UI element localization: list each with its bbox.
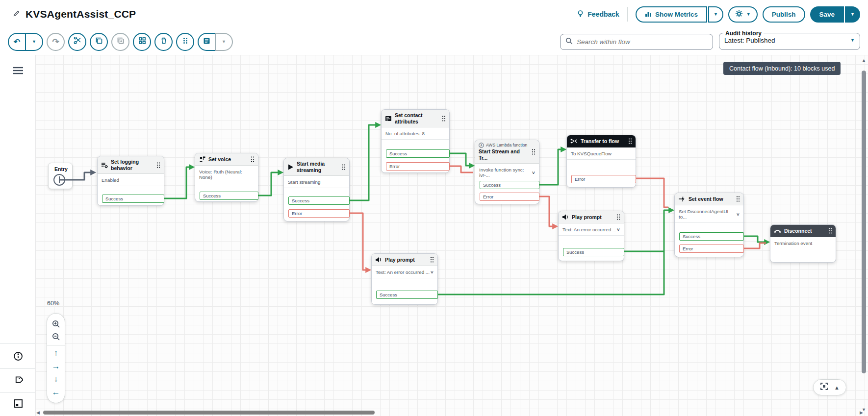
notes-menu-button[interactable]: ▼ <box>215 33 233 51</box>
paste-button[interactable] <box>111 33 129 51</box>
kebab-menu-icon[interactable] <box>628 138 632 145</box>
zoom-out-icon[interactable] <box>49 331 63 344</box>
port-error[interactable]: Error <box>386 162 450 171</box>
node-description: Set DisconnectAgentUI to...∨ <box>675 205 743 223</box>
menu-icon[interactable] <box>13 67 24 76</box>
chevron-down-icon: ▼ <box>746 12 751 17</box>
copy-icon <box>95 37 103 47</box>
flow-node-aws-lambda-function[interactable]: λ AWS Lambda functionStart Stream and Tr… <box>475 140 539 204</box>
svg-text:λ: λ <box>480 143 483 147</box>
node-title: Set contact attributes <box>395 112 439 124</box>
logging-icon <box>101 162 108 169</box>
flow-node-set-voice[interactable]: Set voiceVoice: Ruth (Neural: None)Succe… <box>195 153 258 202</box>
chevron-down-icon[interactable]: ∨ <box>616 227 620 232</box>
chevron-down-icon[interactable]: ∨ <box>430 270 434 274</box>
save-button[interactable]: Save <box>810 6 844 23</box>
disconnect-icon <box>774 228 781 234</box>
show-metrics-menu-button[interactable]: ▼ <box>708 6 723 23</box>
flow-node-set-event-flow[interactable]: Set event flowSet DisconnectAgentUI to..… <box>674 193 744 257</box>
kebab-menu-icon[interactable] <box>342 164 346 171</box>
blocks-button[interactable] <box>133 33 151 51</box>
flow-node-transfer-to-flow[interactable]: Transfer to flowTo KVSQueueFlowError <box>566 135 636 188</box>
pan-right-icon[interactable]: → <box>49 360 63 373</box>
flow-node-entry[interactable]: Entry <box>48 163 73 189</box>
port-success[interactable]: Success <box>386 149 450 158</box>
flow-node-start-media-streaming[interactable]: Start media streamingStart streamingSucc… <box>283 158 350 221</box>
node-title: Start media streaming <box>297 161 339 173</box>
vertical-scrollbar[interactable]: ▲ ▼ <box>861 60 867 409</box>
collapse-icon[interactable]: ▲ <box>834 385 840 391</box>
notes-button[interactable] <box>198 33 215 51</box>
audit-history-select[interactable]: Audit history Latest: Published ▼ <box>719 30 860 50</box>
feedback-button[interactable]: Feedback <box>577 10 619 19</box>
scroll-up-icon[interactable]: ▲ <box>861 58 867 63</box>
node-description: No. of attributes: 8 <box>382 127 449 140</box>
undo-menu-button[interactable]: ▼ <box>26 33 43 51</box>
port-success[interactable]: Success <box>563 248 624 256</box>
edit-title-icon[interactable] <box>13 9 21 19</box>
kebab-menu-icon[interactable] <box>251 156 255 163</box>
port-success[interactable]: Success <box>102 195 164 203</box>
drag-handle-button[interactable] <box>176 33 194 51</box>
chevron-down-icon[interactable]: ∨ <box>736 212 740 217</box>
info-icon[interactable] <box>13 351 24 362</box>
port-error[interactable]: Error <box>288 209 350 218</box>
settings-menu-button[interactable]: ▼ <box>728 6 758 23</box>
port-success[interactable]: Success <box>376 291 438 299</box>
port-error[interactable]: Error <box>480 193 539 201</box>
canvas-mini-controls: ▲ <box>813 379 846 395</box>
port-error[interactable]: Error <box>679 245 744 253</box>
chevron-down-icon[interactable]: ∨ <box>532 171 536 175</box>
port-success[interactable]: Success <box>679 232 744 241</box>
audit-history-label: Audit history <box>723 30 764 37</box>
undo-button[interactable]: ↶ <box>8 33 26 51</box>
kebab-menu-icon[interactable] <box>736 196 740 202</box>
flow-node-set-contact-attributes[interactable]: Set contact attributesNo. of attributes:… <box>381 109 450 173</box>
flow-node-play-prompt-1[interactable]: Play promptText: An error occurred ...∨S… <box>558 211 624 261</box>
kebab-menu-icon[interactable] <box>616 214 620 220</box>
search-input[interactable] <box>577 38 708 46</box>
panel-icon[interactable] <box>13 398 24 409</box>
paste-icon <box>117 37 125 47</box>
kebab-menu-icon[interactable] <box>828 227 832 234</box>
cut-button[interactable] <box>68 33 86 51</box>
flow-canvas[interactable]: EntrySet logging behaviorEnabledSuccessS… <box>35 55 868 416</box>
fit-to-screen-icon[interactable] <box>820 382 828 392</box>
flow-node-disconnect[interactable]: DisconnectTermination event <box>770 224 836 263</box>
page-title: KVSAgentAssist_CCP <box>26 8 136 20</box>
node-title: Play prompt <box>572 214 602 220</box>
copy-button[interactable] <box>90 33 108 51</box>
port-error[interactable]: Error <box>571 175 636 183</box>
port-success[interactable]: Success <box>480 181 539 189</box>
node-description: Invoke function sync: ivr-...∨ <box>475 164 539 181</box>
node-title: Transfer to flow <box>581 138 619 145</box>
node-description: Enabled <box>98 174 164 186</box>
show-metrics-button[interactable]: Show Metrics <box>636 6 707 23</box>
zoom-in-icon[interactable] <box>49 318 63 331</box>
kebab-menu-icon[interactable] <box>430 256 434 263</box>
kebab-menu-icon[interactable] <box>532 148 536 155</box>
pan-down-icon[interactable]: ↓ <box>49 373 63 386</box>
horizontal-scrollbar-thumb[interactable] <box>43 411 375 415</box>
flow-node-play-prompt-2[interactable]: Play promptText: An error occurred ...∨S… <box>371 253 438 305</box>
kebab-menu-icon[interactable] <box>156 162 160 169</box>
top-bar: KVSAgentAssist_CCP Feedback Show Metrics… <box>0 0 868 55</box>
port-success[interactable]: Success <box>200 192 258 200</box>
redo-button[interactable]: ↷ <box>47 33 65 51</box>
pan-left-icon[interactable]: ← <box>49 386 63 399</box>
port-success[interactable]: Success <box>288 196 350 205</box>
kebab-menu-icon[interactable] <box>442 115 446 122</box>
publish-button[interactable]: Publish <box>763 6 805 23</box>
flow-node-set-logging-behavior[interactable]: Set logging behaviorEnabledSuccess <box>97 156 164 206</box>
delete-button[interactable] <box>154 33 173 51</box>
divider <box>0 392 35 392</box>
horizontal-scrollbar[interactable]: ◀ ▶ <box>35 410 856 415</box>
audit-history-value: Latest: Published <box>724 37 775 44</box>
node-header: Set event flow <box>675 193 743 205</box>
tag-icon[interactable] <box>13 374 24 385</box>
scroll-left-icon[interactable]: ◀ <box>36 410 40 415</box>
vertical-scrollbar-thumb[interactable] <box>862 71 866 373</box>
pan-up-icon[interactable]: ↑ <box>49 347 63 360</box>
save-menu-button[interactable]: ▼ <box>845 6 860 23</box>
scroll-right-icon[interactable]: ▶ <box>860 410 863 415</box>
